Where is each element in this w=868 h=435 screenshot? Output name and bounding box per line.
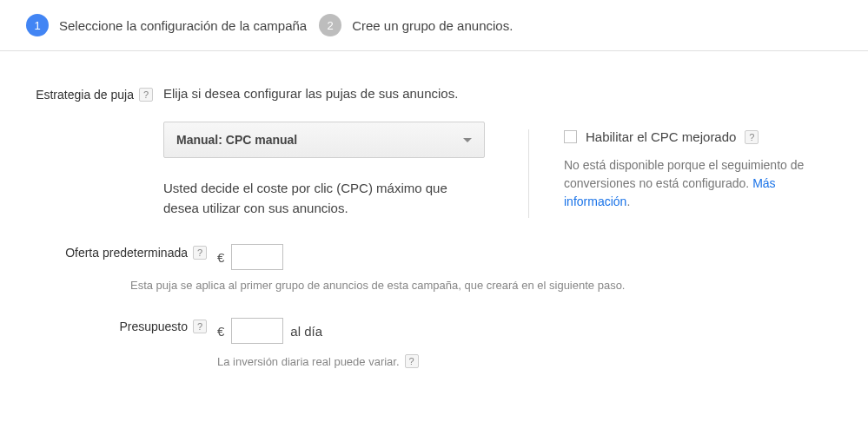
help-icon[interactable]: ?: [193, 246, 207, 260]
bidding-dropdown[interactable]: Manual: CPC manual: [163, 122, 485, 158]
enhanced-cpc-disabled-text: No está disponible porque el seguimiento…: [564, 156, 842, 211]
budget-field: € al día La inversión diaria real puede …: [217, 318, 842, 368]
currency-symbol: €: [217, 250, 224, 265]
budget-input-row: € al día: [217, 318, 842, 344]
enhanced-cpc-label: Habilitar el CPC mejorado: [586, 129, 736, 144]
step-1-badge: 1: [26, 14, 49, 36]
enhanced-cpc-checkbox[interactable]: [564, 130, 577, 143]
bidding-strategy-label-col: Estrategia de puja ?: [26, 86, 163, 102]
step-2-label: Cree un grupo de anuncios.: [352, 18, 513, 33]
stepper: 1 Seleccione la configuración de la camp…: [0, 0, 868, 51]
enhanced-cpc-row: Habilitar el CPC mejorado ?: [564, 129, 842, 144]
budget-label-col: Presupuesto ?: [26, 318, 217, 333]
budget-input[interactable]: [231, 318, 283, 344]
default-bid-label-col: Oferta predeterminada ?: [26, 244, 217, 260]
help-icon[interactable]: ?: [405, 354, 419, 368]
help-icon[interactable]: ?: [193, 320, 207, 333]
vertical-separator: [528, 129, 529, 218]
step-2-badge: 2: [319, 14, 341, 36]
help-icon[interactable]: ?: [139, 88, 153, 102]
bidding-strategy-field: Elija si desea configurar las pujas de s…: [163, 86, 842, 218]
default-bid-input-row: €: [217, 244, 842, 270]
bidding-prompt: Elija si desea configurar las pujas de s…: [163, 86, 494, 101]
row-budget: Presupuesto ? € al día La inversión diar…: [26, 318, 842, 368]
row-default-bid: Oferta predeterminada ? €: [26, 244, 842, 270]
step-1[interactable]: 1 Seleccione la configuración de la camp…: [26, 14, 307, 36]
default-bid-helper: Esta puja se aplica al primer grupo de a…: [130, 279, 842, 292]
step-1-label: Seleccione la configuración de la campañ…: [59, 18, 307, 33]
chevron-down-icon: [463, 138, 472, 142]
currency-symbol: €: [217, 324, 224, 339]
default-bid-field: €: [217, 244, 842, 270]
help-icon[interactable]: ?: [745, 130, 759, 144]
budget-helper: La inversión diaria real puede variar.: [217, 355, 400, 368]
default-bid-input[interactable]: [231, 244, 283, 270]
default-bid-label: Oferta predeterminada: [65, 246, 188, 260]
form-content: Estrategia de puja ? Elija si desea conf…: [0, 51, 868, 398]
row-bidding-strategy: Estrategia de puja ? Elija si desea conf…: [26, 86, 842, 218]
bidding-right: Habilitar el CPC mejorado ? No está disp…: [564, 86, 842, 211]
bidding-section: Elija si desea configurar las pujas de s…: [163, 86, 842, 218]
bidding-left: Elija si desea configurar las pujas de s…: [163, 86, 494, 218]
budget-label: Presupuesto: [119, 320, 188, 333]
bidding-description: Usted decide el coste por clic (CPC) máx…: [163, 179, 485, 218]
bidding-dropdown-value: Manual: CPC manual: [176, 133, 297, 147]
budget-helper-row: La inversión diaria real puede variar. ?: [217, 354, 842, 368]
budget-per-day: al día: [290, 324, 322, 339]
bidding-strategy-label: Estrategia de puja: [36, 88, 134, 102]
step-2[interactable]: 2 Cree un grupo de anuncios.: [319, 14, 513, 36]
